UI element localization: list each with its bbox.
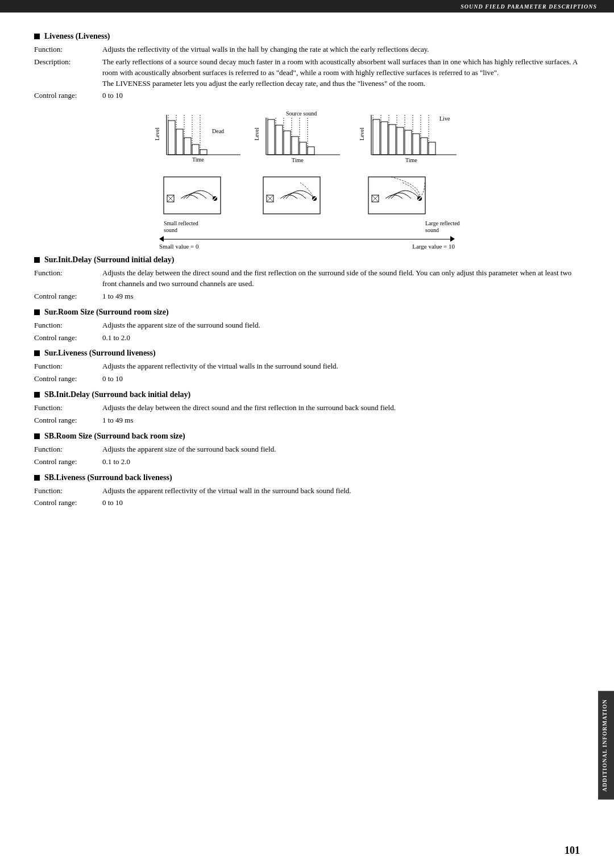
svg-rect-6 [192,144,199,155]
svg-text:Small reflected: Small reflected [164,220,198,226]
sur-init-function-label: Function: [34,268,102,290]
section-liveness-heading: Liveness (Liveness) [34,32,580,41]
svg-rect-21 [284,131,291,155]
sur-liveness-control-value: 0 to 10 [102,374,580,385]
liveness-def-table: Function: Adjusts the reflectivity of th… [34,44,580,101]
liveness-heading-text: Liveness (Liveness) [44,32,110,41]
svg-rect-22 [292,137,298,155]
bullet-icon [34,309,40,315]
small-value-label: Small value = 0 [159,243,198,250]
svg-rect-41 [413,134,420,155]
bullet-icon [34,475,40,481]
svg-rect-7 [200,150,207,155]
bullet-icon [34,34,40,39]
svg-rect-36 [373,119,380,155]
bar-chart-dead: Level Dead Time [152,109,246,169]
sb-init-control-label: Control range: [34,415,102,426]
liveness-diagram-area: Level Dead Time [34,109,580,250]
svg-rect-5 [184,138,191,155]
sur-room-function-value: Adjusts the apparent size of the surroun… [102,320,580,331]
sb-init-function-label: Function: [34,403,102,414]
sur-init-delay-table: Function: Adjusts the delay between the … [34,268,580,302]
liveness-description-row: Description: The early reflections of a … [34,57,580,89]
svg-rect-37 [381,122,388,155]
sur-init-control-row: Control range: 1 to 49 ms [34,291,580,302]
sb-liveness-function-row: Function: Adjusts the apparent reflectiv… [34,486,580,497]
sur-init-control-label: Control range: [34,291,102,302]
sb-init-control-value: 1 to 49 ms [102,415,580,426]
bullet-icon [34,392,40,398]
sb-liveness-control-row: Control range: 0 to 10 [34,498,580,509]
svg-text:Time: Time [192,156,204,163]
svg-text:Source sound: Source sound [286,110,317,117]
svg-text:Time: Time [292,157,304,163]
svg-text:Large reflected: Large reflected [425,220,460,226]
sb-room-function-value: Adjusts the apparent size of the surroun… [102,444,580,455]
svg-rect-43 [429,142,435,155]
bar-chart-source: Source sound Level Time [252,109,351,169]
section-sur-room-size-heading: Sur.Room Size (Surround room size) [34,308,580,317]
sb-init-delay-table: Function: Adjusts the delay between the … [34,403,580,426]
liveness-function-value: Adjusts the reflectivity of the virtual … [102,44,580,55]
section-sb-liveness-heading: SB.Liveness (Surround back liveness) [34,473,580,482]
sb-liveness-control-value: 0 to 10 [102,498,580,509]
svg-text:Level: Level [254,127,260,140]
bullet-icon [34,350,40,356]
room-diagram-large: Large reflected sound [357,171,462,234]
room-diagram-small: Small reflected sound [152,171,246,234]
sur-liveness-function-row: Function: Adjusts the apparent reflectiv… [34,361,580,372]
room-diagrams-row: Small reflected sound [152,171,462,234]
sb-room-function-label: Function: [34,444,102,455]
sb-room-control-row: Control range: 0.1 to 2.0 [34,457,580,468]
liveness-control-value: 0 to 10 [102,90,580,101]
sur-liveness-function-label: Function: [34,361,102,372]
room-diagram-middle [252,171,351,234]
section-sur-liveness-heading: Sur.Liveness (Surround liveness) [34,349,580,358]
sb-init-control-row: Control range: 1 to 49 ms [34,415,580,426]
large-value-label: Large value = 10 [412,243,455,250]
liveness-control-row: Control range: 0 to 10 [34,90,580,101]
section-sb-init-delay-heading: SB.Init.Delay (Surround back initial del… [34,390,580,399]
header-bar: SOUND FIELD PARAMETER DESCRIPTIONS [0,0,614,13]
side-tab-text: ADDITIONAL INFORMATION [601,699,608,792]
svg-rect-42 [421,138,428,155]
svg-rect-38 [389,125,396,155]
arrow-labels-row: Small value = 0 Large value = 10 [159,243,455,250]
sb-liveness-table: Function: Adjusts the apparent reflectiv… [34,486,580,509]
sur-init-function-row: Function: Adjusts the delay between the … [34,268,580,290]
sb-liveness-control-label: Control range: [34,498,102,509]
liveness-function-row: Function: Adjusts the reflectivity of th… [34,44,580,55]
sur-liveness-table: Function: Adjusts the apparent reflectiv… [34,361,580,385]
sb-liveness-function-value: Adjusts the apparent reflectivity of the… [102,486,580,497]
sur-room-control-row: Control range: 0.1 to 2.0 [34,333,580,344]
svg-rect-23 [300,142,306,155]
page-number: 101 [565,845,580,857]
section-sur-init-delay-heading: Sur.Init.Delay (Surround initial delay) [34,255,580,264]
page-container: SOUND FIELD PARAMETER DESCRIPTIONS Liven… [0,0,614,868]
svg-rect-19 [268,119,275,155]
sb-room-function-row: Function: Adjusts the apparent size of t… [34,444,580,455]
svg-rect-4 [176,129,183,155]
sur-room-function-row: Function: Adjusts the apparent size of t… [34,320,580,331]
svg-rect-24 [308,147,314,155]
svg-rect-40 [405,130,412,155]
sur-room-control-label: Control range: [34,333,102,344]
section-sb-room-size-heading: SB.Room Size (Surround back room size) [34,432,580,441]
sur-init-delay-heading-text: Sur.Init.Delay (Surround initial delay) [44,255,174,264]
sb-room-control-label: Control range: [34,457,102,468]
liveness-description-label: Description: [34,57,102,89]
sb-room-size-heading-text: SB.Room Size (Surround back room size) [44,432,185,441]
svg-text:sound: sound [425,227,439,233]
svg-text:Level: Level [154,127,160,140]
svg-text:Time: Time [405,157,417,163]
sur-liveness-control-label: Control range: [34,374,102,385]
sur-init-control-value: 1 to 49 ms [102,291,580,302]
bar-chart-live: Live Level Time [357,109,462,169]
sb-init-delay-heading-text: SB.Init.Delay (Surround back initial del… [44,390,190,399]
sb-room-control-value: 0.1 to 2.0 [102,457,580,468]
sb-init-function-row: Function: Adjusts the delay between the … [34,403,580,414]
header-title: SOUND FIELD PARAMETER DESCRIPTIONS [460,3,597,10]
sb-room-size-table: Function: Adjusts the apparent size of t… [34,444,580,468]
bar-charts-row: Level Dead Time [152,109,462,169]
bullet-icon [34,257,40,263]
